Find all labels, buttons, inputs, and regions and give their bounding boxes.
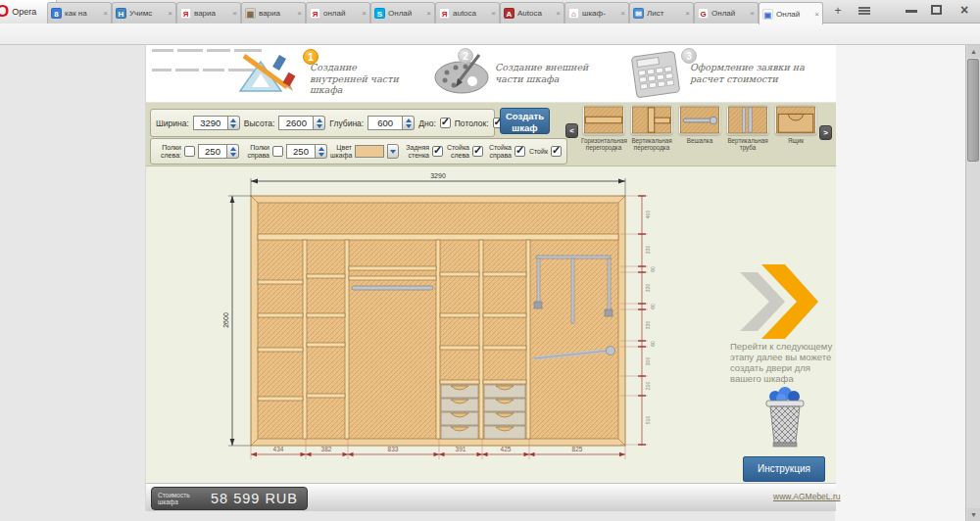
close-window-button[interactable]: × [960,2,968,18]
svg-text:210: 210 [645,382,651,391]
color-label: Цвет шкафа [330,144,352,159]
site-link[interactable]: www.AGMebeL.ru [773,492,841,501]
browser-tab[interactable]: AAutoca× [500,2,564,24]
shelves-left-checkbox[interactable] [184,146,195,157]
svg-text:300: 300 [645,357,651,366]
tab-close-icon[interactable]: × [556,9,561,18]
shelves-right-stepper[interactable]: 250 [286,144,327,159]
browser-tab[interactable]: ⌂шкаф-× [564,2,629,24]
tab-close-icon[interactable]: × [103,9,108,18]
palette-item-horizontal-partition[interactable]: Горизонтальная перегородка [581,105,626,165]
browser-tab[interactable]: НУчимс× [112,2,176,24]
back-wall-checkbox[interactable] [432,146,443,157]
palette-item-label: Вертикальная труба [725,137,770,151]
page-viewport: 1 Создание внутренней части шкафа 2 Созд… [0,45,980,521]
dim-right-labels: 400 330 60 330 60 330 60 300 210 510 [645,211,656,425]
stand-checkbox[interactable] [551,146,562,157]
svg-text:434: 434 [273,446,284,452]
dim-bottom-labels: 434 382 833 391 425 825 [273,446,583,452]
tab-favicon-icon: Н [116,8,126,19]
svg-text:510: 510 [645,416,651,425]
tab-close-icon[interactable]: × [362,9,367,18]
tab-close-icon[interactable]: × [232,9,237,18]
browser-tab[interactable]: GОнлай× [694,2,759,24]
svg-text:400: 400 [645,211,651,219]
depth-stepper[interactable]: 600 [368,116,415,130]
svg-text:425: 425 [501,446,512,452]
width-stepper[interactable]: 3290 [193,116,240,130]
palette-item-vertical-pipe[interactable]: Вертикальная труба [725,105,770,165]
dimensions-box: Ширина: 3290 Высота: 2600 Глубина: 600 Д… [150,109,495,137]
stand-left-checkbox[interactable] [472,146,483,157]
tab-close-icon[interactable]: × [297,9,302,18]
page-scrollbar[interactable]: ▲ ▼ [965,45,980,521]
tab-title: Учимс [129,9,166,18]
browser-tab[interactable]: 8как на× [47,2,112,24]
collapse-left-button[interactable]: < [565,123,578,138]
tab-title: как на [65,9,101,18]
browser-tab-active[interactable]: ▣Онлай× [759,2,823,24]
scroll-down-icon[interactable]: ▼ [967,508,980,521]
elements-palette: Горизонтальная перегородка Вертикальная … [581,105,820,165]
next-step-arrow-icon [740,264,818,339]
browser-tab[interactable]: Яautoca× [435,2,500,24]
ceiling-label: Потолок: [455,118,489,128]
browser-tab[interactable]: Яонлай× [306,2,370,24]
step-title: Создание внешней части шкафа [495,62,608,84]
tab-close-icon[interactable]: × [814,10,819,19]
tab-title: Онлай [388,9,424,18]
navigation-bar: ← → ↻ ◎ www.myconstructor.ru/user/AGM-co… [0,24,980,45]
browser-tab[interactable]: ✉Лист× [629,2,694,24]
tab-close-icon[interactable]: × [750,9,755,18]
drafting-tools-icon [232,50,301,101]
browser-tab[interactable]: ▦вариа× [241,2,306,24]
parameters-toolbar: Ширина: 3290 Высота: 2600 Глубина: 600 Д… [146,103,836,166]
tab-favicon-icon: ✉ [633,8,644,19]
dim-total-width: 3290 [430,172,446,179]
svg-text:382: 382 [321,446,332,452]
scroll-up-icon[interactable]: ▲ [967,45,980,58]
height-stepper[interactable]: 2600 [278,116,325,130]
stand-right-checkbox[interactable] [514,146,525,157]
palette-item-vertical-partition[interactable]: Вертикальная перегородка [629,105,674,165]
spin-up-icon [230,118,236,122]
step-number-badge: 2 [458,48,473,64]
tab-menu-icon[interactable] [857,6,872,18]
shelves-left-stepper[interactable]: 250 [198,144,239,159]
tab-close-icon[interactable]: × [491,9,496,18]
footer-bar: Стоимость шкафа 58 599 RUB www.AGMebeL.r… [146,483,836,511]
shelves-left-label: Полки слева: [156,144,181,159]
tab-favicon-icon: Я [310,8,320,19]
tab-favicon-icon: ⌂ [568,8,579,19]
stand-left-label: Стойка слева [446,144,469,159]
browser-tab[interactable]: SОнлай× [370,2,435,24]
palette-item-hanger[interactable]: Вешалка [677,105,722,165]
browser-tab[interactable]: Явариа× [176,2,241,24]
price-display: Стоимость шкафа 58 599 RUB [151,487,308,510]
create-wardrobe-button[interactable]: Создать шкаф [500,108,550,134]
scrollbar-thumb[interactable] [967,59,979,162]
new-tab-button[interactable]: + [829,4,847,20]
svg-text:330: 330 [645,284,651,293]
tab-close-icon[interactable]: × [620,9,625,18]
floor-checkbox[interactable] [440,118,451,128]
price-value: 58 599 RUB [211,491,298,506]
tab-close-icon[interactable]: × [685,9,690,18]
trash-bin-icon [766,387,804,447]
palette-item-drawer[interactable]: Ящик [773,105,818,165]
tab-close-icon[interactable]: × [426,9,431,18]
shelves-right-checkbox[interactable] [272,146,283,157]
color-dropdown-button[interactable] [387,144,399,159]
minimize-button[interactable] [906,10,917,13]
browser-window: O Opera 8как на× НУчимс× Явариа× ▦вариа×… [0,0,980,521]
wood-color-swatch[interactable] [355,145,384,158]
tab-title: вариа [194,9,230,18]
tab-close-icon[interactable]: × [168,9,172,18]
wardrobe-canvas[interactable]: 3290 2600 [146,166,836,483]
instruction-button[interactable]: Инструкция [743,456,825,482]
maximize-button[interactable] [931,5,942,15]
tab-title: Autoca [517,9,554,18]
expand-right-button[interactable]: > [819,125,832,140]
svg-text:60: 60 [650,341,656,347]
shelves-right-label: Полки справа [242,144,270,159]
